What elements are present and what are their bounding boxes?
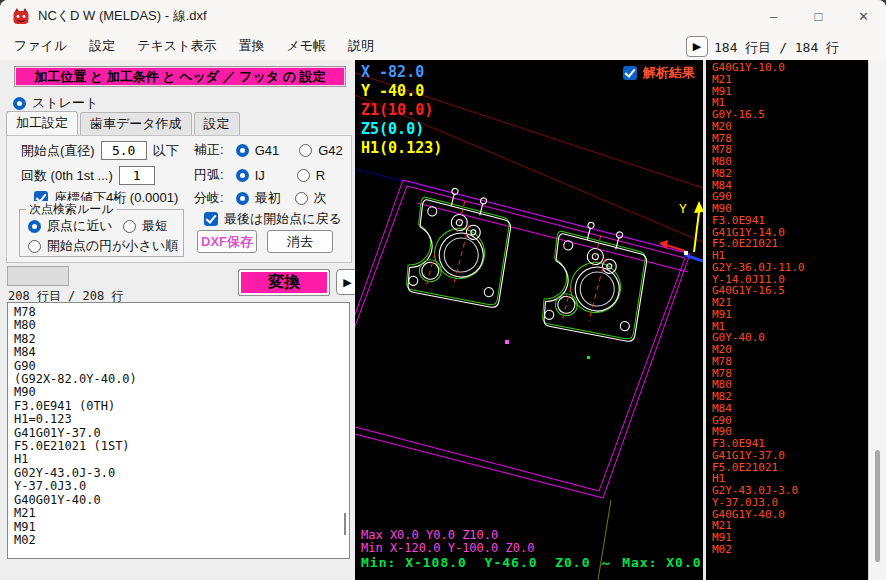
- gcode-line: Y-37.0J3.0: [14, 480, 343, 493]
- point-marker: [587, 356, 590, 359]
- tab-gear-data[interactable]: 歯車データ作成: [80, 112, 192, 136]
- gcode-line: F5.0E21021 (1ST): [14, 440, 343, 453]
- ij-label: IJ: [255, 168, 265, 183]
- analysis-gcode-line: G2Y-36.0J-11.0: [712, 262, 868, 274]
- analysis-gcode-line: G0Y-40.0: [712, 332, 868, 344]
- start-diameter-input[interactable]: [101, 141, 147, 160]
- analysis-label: 解析結果: [643, 64, 695, 82]
- menu-item-text-display[interactable]: テキスト表示: [137, 37, 216, 55]
- analysis-gcode-line: F3.0E941: [712, 438, 868, 450]
- analysis-gcode-line: H1: [712, 250, 868, 262]
- menu-item-help[interactable]: 説明: [348, 37, 374, 55]
- analysis-gcode-line: G40G1Y-10.0: [712, 62, 868, 74]
- gcode-line: H1=0.123: [14, 413, 343, 426]
- analysis-gcode-line: F5.0E21021: [712, 238, 868, 250]
- count-label: 回数 (0th 1st ...): [21, 167, 113, 185]
- r-label: R: [316, 168, 325, 183]
- analysis-gcode-line: M78: [712, 356, 868, 368]
- return-start-label: 最後は開始点に戻る: [224, 210, 342, 228]
- maximize-button[interactable]: □: [796, 0, 841, 32]
- rule-small-circle-radio[interactable]: [28, 240, 41, 253]
- max-extent-text: Max X0.0 Y0.0 Z10.0: [361, 528, 498, 542]
- count-input[interactable]: [119, 166, 155, 185]
- rule-near-origin-radio[interactable]: [28, 220, 41, 233]
- branch-next-label: 次: [314, 189, 327, 207]
- tab-machining-settings[interactable]: 加工設定: [6, 111, 78, 136]
- analysis-gcode-line: M20: [712, 344, 868, 356]
- analysis-gcode-line: G40G1Y-16.5: [712, 285, 868, 297]
- gcode-line: M84: [14, 346, 343, 359]
- next-point-rule-group: 次点検索ルール 原点に近い 最短 開始点の円が小さい順: [19, 209, 184, 257]
- analysis-gcode-line: F3.0E941: [712, 215, 868, 227]
- ij-radio[interactable]: [236, 169, 249, 182]
- branch-first-label: 最初: [255, 189, 281, 207]
- min-extent-text: Min X-120.0 Y-100.0 Z0.0: [361, 541, 534, 555]
- gcode-line: H1: [14, 453, 343, 466]
- analysis-gcode-line: F5.0E21021: [712, 462, 868, 474]
- menu-item-settings[interactable]: 設定: [89, 37, 115, 55]
- dxf-save-button[interactable]: DXF保存: [197, 230, 257, 253]
- analysis-gcode-list[interactable]: G40G1Y-10.0M21M91M1G0Y-16.5M20M78M78M80M…: [706, 60, 868, 580]
- analysis-gcode-line: M21: [712, 297, 868, 309]
- arc-label: 円弧:: [194, 166, 224, 184]
- analysis-gcode-line: G90: [712, 191, 868, 203]
- cad-canvas[interactable]: Y X -82.0Y -40.0Z1(10.0)Z5(0.0)H1(0.123)…: [355, 60, 703, 580]
- readout-line: X -82.0: [361, 63, 442, 82]
- analysis-checkbox[interactable]: [623, 66, 637, 80]
- rule-near-origin-label: 原点に近い: [47, 217, 113, 235]
- straight-radio[interactable]: [13, 97, 26, 110]
- gcode-editor[interactable]: M78M80M82M84G90(G92X-82.0Y-40.0)M90F3.0E…: [7, 302, 350, 559]
- analysis-result-toggle[interactable]: 解析結果: [623, 64, 695, 82]
- branch-next-radio[interactable]: [295, 192, 308, 205]
- coordinate-readout: X -82.0Y -40.0Z1(10.0)Z5(0.0)H1(0.123): [361, 63, 442, 158]
- app-window: NCくD W (MELDAS) - 線.dxf – □ ✕ ファイル 設定 テキ…: [0, 0, 886, 580]
- menu-item-file[interactable]: ファイル: [14, 37, 67, 55]
- gcode-line: M82: [14, 333, 343, 346]
- analysis-gcode-line: G0Y-16.5: [712, 109, 868, 121]
- analysis-gcode-line: M80: [712, 156, 868, 168]
- range-extent-text: Min: X-108.0 Y-46.0 Z0.0 ～ Max: X0.0: [361, 554, 702, 572]
- g42-radio[interactable]: [299, 144, 312, 157]
- convert-button[interactable]: 変換: [238, 269, 330, 296]
- gcode-line: M78: [14, 306, 343, 319]
- branch-first-radio[interactable]: [236, 192, 249, 205]
- right-line-status: 184 行目 / 184 行: [714, 39, 839, 57]
- readout-line: Z5(0.0): [361, 120, 442, 139]
- g41-radio[interactable]: [236, 144, 249, 157]
- r-radio[interactable]: [297, 169, 310, 182]
- mode-radio-straight[interactable]: ストレート: [13, 94, 98, 112]
- rule-shortest-label: 最短: [142, 217, 168, 235]
- analysis-gcode-line: M90: [712, 203, 868, 215]
- right-scrollbar-thumb[interactable]: [875, 450, 880, 562]
- close-button[interactable]: ✕: [841, 0, 886, 32]
- g41-label: G41: [255, 143, 280, 158]
- analysis-gcode-line: G90: [712, 415, 868, 427]
- tab-settings[interactable]: 設定: [194, 112, 240, 136]
- start-point-label: 開始点(直径): [21, 142, 95, 160]
- readout-line: H1(0.123): [361, 139, 442, 158]
- gcode-line: G41G01Y-37.0: [14, 427, 343, 440]
- rule-shortest-radio[interactable]: [123, 220, 136, 233]
- next-point-rule-title: 次点検索ルール: [26, 201, 117, 218]
- analysis-gcode-line: M21: [712, 74, 868, 86]
- analysis-gcode-line: M91: [712, 86, 868, 98]
- analysis-gcode-line: M78: [712, 368, 868, 380]
- menu-item-memo[interactable]: メモ帳: [286, 37, 326, 55]
- compensation-label: 補正:: [194, 141, 224, 159]
- rule-small-circle-label: 開始点の円が小さい順: [47, 237, 178, 255]
- gcode-line: M21: [14, 507, 343, 520]
- analysis-gcode-line: M84: [712, 403, 868, 415]
- straight-radio-label: ストレート: [32, 94, 98, 112]
- play-icon: ▶: [343, 277, 351, 288]
- menu-item-replace[interactable]: 置換: [238, 37, 264, 55]
- minimize-button[interactable]: –: [751, 0, 796, 32]
- analysis-gcode-line: M82: [712, 391, 868, 403]
- right-scrollbar[interactable]: [868, 60, 886, 580]
- clear-button[interactable]: 消去: [267, 230, 333, 253]
- analysis-gcode-line: M91: [712, 532, 868, 544]
- step-play-button-top[interactable]: ▶: [686, 36, 708, 57]
- return-start-checkbox[interactable]: [204, 212, 218, 226]
- editor-scrollbar[interactable]: [344, 513, 346, 535]
- tab-strip: 加工設定 歯車データ作成 設定: [6, 116, 242, 136]
- point-marker: [505, 340, 509, 344]
